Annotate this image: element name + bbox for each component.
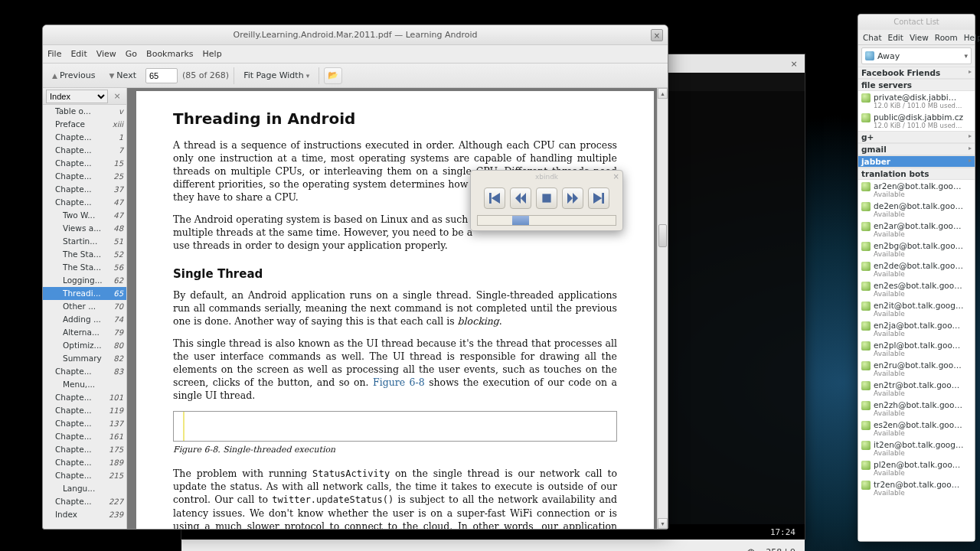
menu-help[interactable]: Help: [964, 33, 980, 42]
menu-bookmarks[interactable]: Bookmarks: [146, 49, 193, 59]
outline-item[interactable]: Chapte...47: [43, 196, 126, 209]
scroll-down-icon[interactable]: ▾: [658, 518, 668, 529]
presence-available-icon: [861, 262, 871, 271]
outline-item[interactable]: Optimiz...80: [43, 339, 126, 352]
outline-item[interactable]: Chapte...7: [43, 144, 126, 157]
contact-item[interactable]: public@disk.jabbim.cz12.0 KiB / 101.0 MB…: [858, 111, 975, 131]
figure-link[interactable]: Figure 6-8: [373, 377, 425, 388]
menu-edit[interactable]: Edit: [888, 33, 903, 42]
contact-item[interactable]: en2ar@bot.talk.google...Available: [858, 220, 975, 240]
outline-item[interactable]: The Sta...56: [43, 261, 126, 274]
contact-group-header[interactable]: tranlation bots: [858, 168, 975, 180]
outline-item[interactable]: Threadi...65: [43, 287, 126, 300]
outline-item[interactable]: Alterna...79: [43, 326, 126, 339]
outline-item[interactable]: Chapte...119: [43, 404, 126, 417]
arrow-down-icon: ▼: [109, 72, 114, 80]
forward-button[interactable]: [562, 187, 583, 209]
outline-item[interactable]: Other ...70: [43, 300, 126, 313]
contact-group-header[interactable]: g+▸: [858, 131, 975, 143]
contact-item[interactable]: en2ja@bot.talk.google...Available: [858, 319, 975, 339]
close-icon[interactable]: ×: [651, 29, 663, 41]
contact-item[interactable]: en2pl@bot.talk.google...Available: [858, 339, 975, 359]
contact-item[interactable]: en2bg@bot.talk.google...Available: [858, 240, 975, 259]
outline-item[interactable]: Chapte...101: [43, 391, 126, 404]
contact-item[interactable]: tr2en@bot.talk.google...Available: [858, 478, 975, 498]
contact-group-header[interactable]: jabber▸: [858, 155, 975, 168]
open-file-button[interactable]: 📂: [324, 67, 342, 84]
contact-item[interactable]: en2es@bot.talk.google...Available: [858, 279, 975, 299]
outline-item[interactable]: Logging...62: [43, 274, 126, 287]
outline-item[interactable]: Chapte...37: [43, 183, 126, 196]
outline-item[interactable]: Index239: [43, 508, 126, 521]
contact-item[interactable]: ar2en@bot.talk.google...Available: [858, 180, 975, 200]
sidebar-select[interactable]: Index: [46, 90, 108, 103]
outline-item[interactable]: Prefacexiii: [43, 118, 126, 131]
outline-item[interactable]: Summary82: [43, 352, 126, 365]
outline-item[interactable]: Chapte...137: [43, 417, 126, 430]
close-icon[interactable]: ×: [788, 57, 800, 70]
skip-back-button[interactable]: [484, 187, 505, 209]
contact-item[interactable]: en2zh@bot.talk.google...Available: [858, 399, 975, 419]
outline-item[interactable]: Two W...47: [43, 209, 126, 222]
rewind-button[interactable]: [510, 187, 531, 209]
contact-group-header[interactable]: gmail▸: [858, 143, 975, 155]
outline-item[interactable]: Chapte...175: [43, 443, 126, 456]
contact-item[interactable]: private@disk.jabbim.cz12.0 KiB / 101.0 M…: [858, 91, 975, 111]
outline-item[interactable]: Chapte...25: [43, 170, 126, 183]
menu-view[interactable]: View: [96, 49, 116, 59]
outline-item[interactable]: Chapte...215: [43, 469, 126, 482]
contact-item[interactable]: en2tr@bot.talk.google...Available: [858, 379, 975, 399]
titlebar[interactable]: Oreilly.Learning.Android.Mar.2011.pdf — …: [43, 25, 668, 45]
contact-item[interactable]: en2de@bot.talk.google...Available: [858, 259, 975, 279]
media-control-panel[interactable]: xbindk ×: [470, 170, 623, 231]
stop-button[interactable]: [536, 187, 557, 209]
close-icon[interactable]: ×: [613, 172, 619, 181]
menu-help[interactable]: Help: [203, 49, 222, 59]
contact-group-header[interactable]: Facebook Friends▸: [858, 67, 975, 79]
contact-item[interactable]: de2en@bot.talk.google...Available: [858, 200, 975, 220]
next-button[interactable]: ▼Next: [104, 68, 141, 83]
contact-group-header[interactable]: file servers: [858, 79, 975, 91]
contact-list[interactable]: Facebook Friends▸file serversprivate@dis…: [858, 67, 975, 541]
contact-item[interactable]: es2en@bot.talk.google...Available: [858, 419, 975, 439]
previous-button[interactable]: ▲Previous: [47, 68, 100, 83]
outline-item[interactable]: Chapte...189: [43, 456, 126, 469]
contact-item[interactable]: it2en@bot.talk.google.c...Available: [858, 439, 975, 458]
page-view[interactable]: Download from Wow! eBook <www.wowebook.c…: [127, 88, 668, 529]
contact-item[interactable]: en2ru@bot.talk.google...Available: [858, 359, 975, 379]
outline-item[interactable]: Chapte...161: [43, 430, 126, 443]
progress-bar[interactable]: [477, 215, 616, 226]
scroll-up-icon[interactable]: ▴: [658, 88, 668, 99]
menu-edit[interactable]: Edit: [70, 49, 87, 59]
im-status-selector[interactable]: Away ▾: [861, 47, 972, 64]
zoom-select[interactable]: Fit Page Width▾: [239, 68, 314, 83]
menu-chat[interactable]: Chat: [863, 33, 882, 42]
outline-item[interactable]: Views a...48: [43, 222, 126, 235]
menu-view[interactable]: View: [910, 33, 929, 42]
outline-item[interactable]: The Sta...52: [43, 248, 126, 261]
outline-item[interactable]: Startin...51: [43, 235, 126, 248]
outline-item[interactable]: Chapte...15: [43, 157, 126, 170]
page-input[interactable]: [145, 68, 178, 83]
menu-room[interactable]: Room: [935, 33, 958, 42]
page-count: (85 of 268): [182, 70, 229, 80]
outline-item[interactable]: Table o...v: [43, 105, 126, 118]
sidebar-close-icon[interactable]: ×: [111, 90, 123, 103]
menu-go[interactable]: Go: [126, 49, 137, 59]
im-titlebar[interactable]: Contact List: [858, 15, 975, 30]
outline-item[interactable]: Chapte...83: [43, 365, 126, 378]
outline-list[interactable]: Table o...vPrefacexiiiChapte...1Chapte..…: [43, 105, 126, 529]
contact-item[interactable]: pl2en@bot.talk.google...Available: [858, 458, 975, 478]
skip-forward-button[interactable]: [588, 187, 609, 209]
contact-item[interactable]: en2it@bot.talk.google.c...Available: [858, 299, 975, 319]
outline-item[interactable]: Adding ...74: [43, 313, 126, 326]
scrollbar-thumb[interactable]: [658, 224, 667, 247]
outline-item[interactable]: Langu...: [43, 482, 126, 495]
outline-item[interactable]: Chapte...1: [43, 131, 126, 144]
outline-item[interactable]: Menu,...: [43, 378, 126, 391]
presence-available-icon: [861, 113, 871, 122]
menu-file[interactable]: File: [47, 49, 61, 59]
vertical-scrollbar[interactable]: ▴ ▾: [657, 88, 668, 529]
outline-item[interactable]: Chapte...227: [43, 495, 126, 508]
im-menubar: Chat Edit View Room Help: [858, 30, 975, 45]
